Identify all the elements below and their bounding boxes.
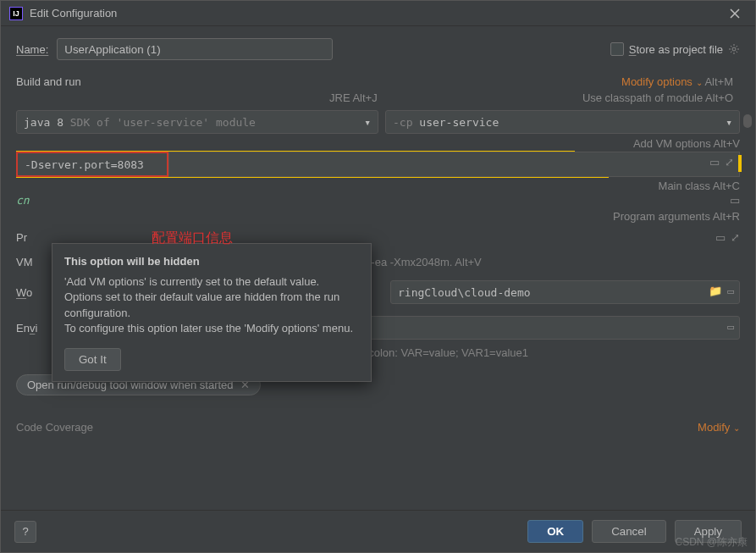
scrollbar-thumb[interactable] (743, 114, 752, 128)
modify-options-link[interactable]: Modify options ⌄ (621, 75, 702, 88)
env-label: Envi (16, 322, 52, 335)
hidden-option-tooltip: This option will be hidden 'Add VM optio… (52, 243, 372, 382)
gear-icon[interactable] (728, 43, 740, 55)
intellij-icon: IJ (9, 7, 23, 20)
cancel-button[interactable]: Cancel (592, 520, 666, 543)
vm-label: VM (16, 256, 52, 268)
watermark: CSDN @陈亦康 (675, 535, 748, 550)
edit-configuration-dialog: IJ Edit Configuration Name: SStore as pr… (0, 0, 756, 553)
content-area: Name: SStore as project filetore as proj… (1, 26, 755, 510)
tooltip-title: This option will be hidden (64, 254, 359, 269)
history-icon[interactable]: ▭ (715, 231, 726, 244)
working-directory-input[interactable]: ringCloud\cloud-demo 📁 ▭ (390, 280, 740, 304)
jre-hint: JRE Alt+J (329, 91, 378, 104)
pr-label: Pr (16, 231, 52, 244)
history-icon[interactable]: ▭ (709, 156, 720, 169)
vm-options-value: -Dserver.port=8083 (25, 158, 144, 171)
store-as-project-file-checkbox[interactable] (610, 42, 624, 56)
working-dir-label: Wo (16, 286, 52, 299)
vm-options-input[interactable]: -Dserver.port=8083 (16, 152, 168, 177)
close-button[interactable] (723, 2, 747, 25)
dialog-title: Edit Configuration (30, 7, 723, 19)
cn-label: cn (16, 194, 52, 207)
history-icon[interactable]: ▭ (730, 194, 740, 207)
titlebar: IJ Edit Configuration (1, 1, 755, 26)
program-args-hint: Program arguments Alt+R (16, 210, 740, 223)
ok-button[interactable]: OK (527, 520, 583, 543)
dialog-footer: ? OK Cancel Apply (1, 510, 755, 552)
history-icon[interactable]: ▭ (727, 285, 734, 297)
classpath-hint: Use classpath of module Alt+O (582, 91, 733, 104)
classpath-dropdown[interactable]: -cp user-service ▾ (385, 110, 740, 134)
store-as-project-file-label: SStore as project filetore as project fi… (629, 43, 723, 56)
coverage-modify-link[interactable]: Modify ⌄ (698, 421, 740, 434)
expand-icon[interactable]: ⤢ (725, 156, 734, 169)
main-class-hint: Main class Alt+C (16, 180, 740, 192)
modify-options-shortcut: Alt+M (704, 75, 733, 88)
code-coverage-label: Code Coverage (16, 421, 93, 434)
name-input[interactable] (57, 38, 333, 60)
expand-icon[interactable]: ⤢ (731, 231, 740, 244)
jre-dropdown[interactable]: java 8 SDK of 'user-service' module ▾ (16, 110, 378, 134)
history-icon[interactable]: ▭ (727, 320, 734, 333)
svg-point-0 (732, 47, 736, 51)
help-button[interactable]: ? (14, 521, 36, 543)
folder-icon[interactable]: 📁 (709, 285, 722, 297)
red-annotation-text: 配置端口信息 (152, 229, 233, 247)
add-vm-options-hint: Add VM options Alt+V (16, 137, 740, 150)
chevron-down-icon: ▾ (364, 116, 371, 129)
name-label: Name: (16, 43, 48, 56)
tooltip-body: 'Add VM options' is currently set to the… (64, 274, 359, 336)
close-icon (729, 8, 741, 19)
got-it-button[interactable]: Got It (64, 348, 121, 371)
chevron-down-icon: ▾ (726, 116, 732, 129)
